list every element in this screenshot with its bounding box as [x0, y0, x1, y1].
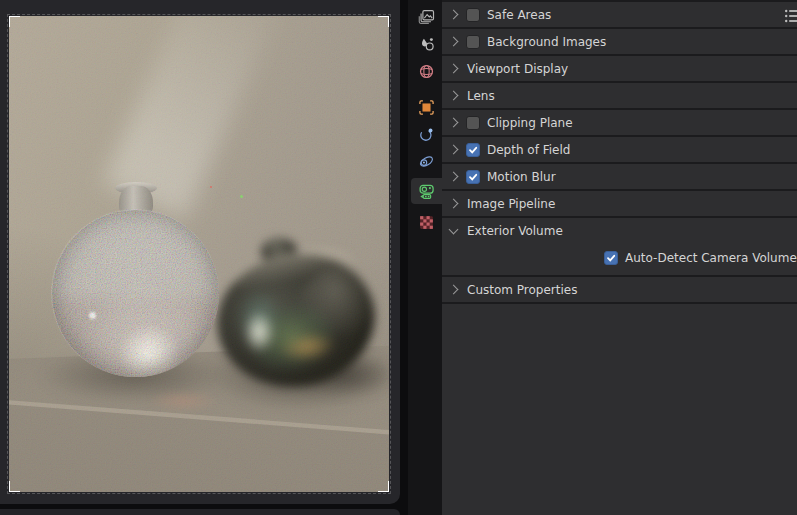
world-icon	[418, 63, 435, 80]
check-icon	[468, 172, 478, 182]
tab-constraints[interactable]	[411, 121, 442, 147]
check-icon	[468, 145, 478, 155]
chevron-right-icon	[449, 91, 459, 101]
check-icon	[606, 253, 616, 263]
tab-physics[interactable]	[411, 148, 442, 174]
panel-label: Viewport Display	[467, 62, 568, 76]
panel-header-exterior-volume[interactable]: Exterior Volume	[442, 218, 797, 243]
camera-corner-marker-bottom-right	[378, 481, 389, 492]
panel-label: Background Images	[487, 35, 606, 49]
panel-image-pipeline: Image Pipeline	[442, 189, 797, 216]
panel-header-safe-areas[interactable]: Safe Areas	[442, 2, 797, 27]
panel-label: Exterior Volume	[467, 224, 563, 238]
panel-header-image-pipeline[interactable]: Image Pipeline	[442, 191, 797, 216]
panel-header-custom-properties[interactable]: Custom Properties	[442, 277, 797, 302]
panel-label: Clipping Plane	[487, 116, 573, 130]
safe-areas-checkbox[interactable]	[466, 8, 480, 22]
chevron-right-icon	[449, 10, 459, 20]
auto-detect-camera-volume-label: Auto-Detect Camera Volume	[625, 251, 797, 265]
tab-object[interactable]	[411, 94, 442, 120]
render-noise-overlay	[9, 16, 389, 492]
depth-of-field-checkbox[interactable]	[466, 143, 480, 157]
panel-options-icon[interactable]	[784, 8, 797, 24]
panel-header-lens[interactable]: Lens	[442, 83, 797, 108]
chevron-down-icon	[449, 224, 459, 234]
constraints-icon	[418, 126, 435, 143]
panel-label: Custom Properties	[467, 283, 577, 297]
auto-detect-camera-volume-row: Auto-Detect Camera Volume	[604, 251, 797, 265]
chevron-right-icon	[449, 285, 459, 295]
panel-header-depth-of-field[interactable]: Depth of Field	[442, 137, 797, 162]
panel-header-viewport-display[interactable]: Viewport Display	[442, 56, 797, 81]
physics-icon	[418, 153, 435, 170]
chevron-right-icon	[449, 64, 459, 74]
chevron-right-icon	[449, 172, 459, 182]
panel-header-clipping-plane[interactable]: Clipping Plane	[442, 110, 797, 135]
background-images-checkbox[interactable]	[466, 35, 480, 49]
camera-view-render	[9, 16, 389, 492]
tab-scene[interactable]	[411, 31, 442, 57]
panel-safe-areas: Safe Areas	[442, 0, 797, 27]
tab-camera-data-active[interactable]	[411, 178, 442, 204]
tab-view-layer[interactable]	[411, 4, 442, 30]
panel-label: Depth of Field	[487, 143, 570, 157]
chevron-right-icon	[449, 118, 459, 128]
camera-corner-marker-top-right	[378, 16, 389, 27]
chevron-right-icon	[449, 37, 459, 47]
tab-texture[interactable]	[411, 209, 442, 235]
panel-label: Safe Areas	[487, 8, 551, 22]
panel-depth-of-field: Depth of Field	[442, 135, 797, 162]
view-layer-icon	[418, 9, 435, 26]
texture-icon	[418, 214, 435, 231]
properties-editor: Safe Areas Background Images V	[408, 0, 797, 515]
bottom-editor-strip[interactable]	[0, 509, 400, 515]
camera-corner-marker-top-left	[9, 16, 20, 27]
panel-label: Lens	[467, 89, 495, 103]
panel-lens: Lens	[442, 81, 797, 108]
auto-detect-camera-volume-checkbox[interactable]	[604, 251, 618, 265]
object-icon	[418, 99, 435, 116]
blender-window: Safe Areas Background Images V	[0, 0, 797, 515]
panel-header-motion-blur[interactable]: Motion Blur	[442, 164, 797, 189]
chevron-right-icon	[449, 145, 459, 155]
panel-custom-properties: Custom Properties	[442, 275, 797, 304]
panel-motion-blur: Motion Blur	[442, 162, 797, 189]
exterior-volume-body: Auto-Detect Camera Volume	[442, 243, 797, 275]
panel-label: Motion Blur	[487, 170, 556, 184]
properties-panels: Safe Areas Background Images V	[442, 0, 797, 515]
chevron-right-icon	[449, 199, 459, 209]
properties-tab-strip	[408, 0, 442, 515]
camera-data-icon	[418, 183, 435, 200]
panel-clipping-plane: Clipping Plane	[442, 108, 797, 135]
camera-corner-marker-bottom-left	[9, 481, 20, 492]
panel-background-images: Background Images	[442, 27, 797, 54]
panel-label: Image Pipeline	[467, 197, 555, 211]
motion-blur-checkbox[interactable]	[466, 170, 480, 184]
panel-exterior-volume: Exterior Volume Auto-Detect Camera Volum…	[442, 216, 797, 275]
viewport-editor[interactable]	[0, 0, 400, 504]
scene-icon	[418, 36, 435, 53]
tab-world[interactable]	[411, 58, 442, 84]
clipping-plane-checkbox[interactable]	[466, 116, 480, 130]
panel-header-background-images[interactable]: Background Images	[442, 29, 797, 54]
panel-viewport-display: Viewport Display	[442, 54, 797, 81]
